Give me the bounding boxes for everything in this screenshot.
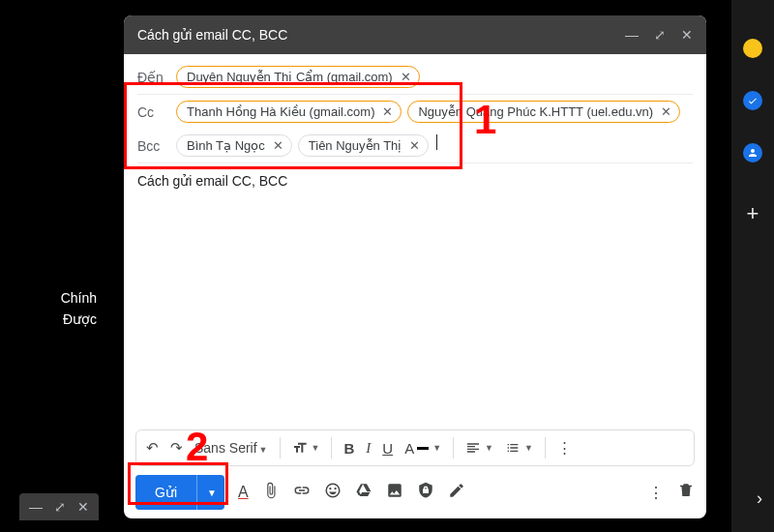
bcc-chips[interactable]: Bình Tạ Ngọc ✕ Tiên Nguyễn Thị ✕ bbox=[176, 134, 693, 157]
remove-chip-icon[interactable]: ✕ bbox=[399, 70, 413, 84]
italic-button[interactable]: I bbox=[366, 440, 371, 457]
text-color-button[interactable]: A ▼ bbox=[404, 440, 441, 457]
text-cursor bbox=[436, 134, 437, 150]
cc-chips[interactable]: Thanh Hồng Hà Kiều (gmail.com) ✕ Nguyễn … bbox=[176, 101, 693, 123]
image-icon[interactable] bbox=[386, 482, 403, 503]
app-root: Chính Được Cách gửi email CC, BCC — ⤢ ✕ … bbox=[0, 0, 774, 532]
recipient-chip[interactable]: Tiên Nguyễn Thị ✕ bbox=[298, 134, 430, 157]
align-button[interactable]: ▼ bbox=[465, 440, 493, 456]
drive-icon[interactable] bbox=[355, 482, 372, 503]
underline-button[interactable]: U bbox=[382, 440, 393, 457]
collapse-panel-icon[interactable]: › bbox=[757, 488, 762, 509]
list-icon bbox=[505, 440, 521, 456]
send-button[interactable]: Gửi ▼ bbox=[135, 475, 224, 510]
font-size-button[interactable]: ▼ bbox=[292, 440, 320, 456]
remove-chip-icon[interactable]: ✕ bbox=[271, 138, 285, 153]
bcc-label: Bcc bbox=[137, 134, 168, 154]
to-chips[interactable]: Duyên Nguyễn Thị Cẩm (gmail.com) ✕ bbox=[176, 66, 693, 88]
keep-icon[interactable] bbox=[743, 39, 762, 58]
text-format-toggle[interactable]: A bbox=[238, 484, 249, 501]
compose-body[interactable] bbox=[124, 198, 706, 429]
recipient-chip[interactable]: Duyên Nguyễn Thị Cẩm (gmail.com) ✕ bbox=[176, 66, 420, 88]
send-button-main[interactable]: Gửi bbox=[135, 475, 197, 510]
sidebar-item-chinh: Chính bbox=[19, 290, 97, 306]
left-sidebar-bg: Chính Được bbox=[19, 290, 97, 333]
compose-window: Cách gửi email CC, BCC — ⤢ ✕ Đến Duyên N… bbox=[124, 15, 706, 518]
chip-text: Nguyễn Quang Phúc K.HTTT (uel.edu.vn) bbox=[418, 104, 653, 119]
separator bbox=[331, 437, 332, 458]
minimized-compose-controls[interactable]: — ⤢ ✕ bbox=[19, 493, 99, 520]
minimize-icon[interactable]: — bbox=[29, 499, 43, 515]
recipients-area: Đến Duyên Nguyễn Thị Cẩm (gmail.com) ✕ C… bbox=[124, 54, 706, 198]
minimize-icon[interactable]: — bbox=[625, 27, 639, 43]
more-formatting-button[interactable]: ⋮ bbox=[557, 439, 572, 457]
recipient-chip[interactable]: Bình Tạ Ngọc ✕ bbox=[176, 134, 292, 157]
signature-icon[interactable] bbox=[448, 482, 465, 503]
compose-titlebar[interactable]: Cách gửi email CC, BCC — ⤢ ✕ bbox=[124, 15, 706, 54]
trash-icon bbox=[677, 482, 695, 499]
window-controls: — ⤢ ✕ bbox=[625, 27, 693, 43]
bcc-row[interactable]: Bcc Bình Tạ Ngọc ✕ Tiên Nguyễn Thị ✕ bbox=[137, 129, 693, 163]
recipient-chip[interactable]: Nguyễn Quang Phúc K.HTTT (uel.edu.vn) ✕ bbox=[407, 101, 680, 123]
contacts-icon[interactable] bbox=[743, 143, 762, 163]
close-icon[interactable]: ✕ bbox=[681, 27, 693, 43]
list-button[interactable]: ▼ bbox=[505, 440, 533, 456]
undo-button[interactable]: ↶ bbox=[146, 439, 159, 457]
attach-icon[interactable] bbox=[262, 482, 280, 503]
separator bbox=[545, 437, 546, 458]
color-swatch bbox=[417, 447, 429, 450]
align-icon bbox=[465, 440, 481, 456]
tasks-icon[interactable] bbox=[743, 91, 762, 110]
to-row[interactable]: Đến Duyên Nguyễn Thị Cẩm (gmail.com) ✕ bbox=[137, 60, 693, 95]
format-toolbar: ↶ ↷ Sans Serif▼ ▼ B I U A ▼ ▼ ▼ bbox=[135, 429, 695, 466]
font-family-select[interactable]: Sans Serif▼ bbox=[194, 440, 268, 456]
send-more-button[interactable]: ▼ bbox=[197, 475, 224, 510]
sidebar-item-duoc: Được bbox=[19, 311, 97, 327]
recipient-chip[interactable]: Thanh Hồng Hà Kiều (gmail.com) ✕ bbox=[176, 101, 402, 123]
subject-row[interactable]: Cách gửi email CC, BCC bbox=[137, 163, 693, 198]
chip-text: Duyên Nguyễn Thị Cẩm (gmail.com) bbox=[187, 70, 393, 84]
action-bar: Gửi ▼ A bbox=[124, 466, 706, 518]
emoji-icon[interactable] bbox=[324, 482, 342, 503]
cc-label: Cc bbox=[137, 101, 168, 120]
bold-button[interactable]: B bbox=[343, 440, 354, 457]
chip-text: Tiên Nguyễn Thị bbox=[309, 138, 402, 153]
compose-title: Cách gửi email CC, BCC bbox=[137, 27, 287, 43]
fullscreen-icon[interactable]: ⤢ bbox=[654, 27, 666, 43]
remove-chip-icon[interactable]: ✕ bbox=[407, 138, 422, 153]
separator bbox=[280, 437, 281, 458]
add-addon-button[interactable]: + bbox=[747, 201, 759, 226]
remove-chip-icon[interactable]: ✕ bbox=[380, 104, 395, 119]
redo-button[interactable]: ↷ bbox=[170, 439, 183, 457]
chip-text: Thanh Hồng Hà Kiều (gmail.com) bbox=[187, 104, 374, 119]
confidential-icon[interactable] bbox=[417, 482, 434, 503]
cc-row[interactable]: Cc Thanh Hồng Hà Kiều (gmail.com) ✕ Nguy… bbox=[137, 95, 693, 129]
separator bbox=[453, 437, 454, 458]
side-panel: + › bbox=[731, 0, 774, 532]
to-label: Đến bbox=[137, 66, 168, 85]
text-size-icon bbox=[292, 440, 308, 456]
link-icon[interactable] bbox=[293, 482, 311, 503]
remove-chip-icon[interactable]: ✕ bbox=[659, 104, 673, 119]
fullscreen-icon[interactable]: ⤢ bbox=[54, 499, 66, 515]
close-icon[interactable]: ✕ bbox=[77, 499, 89, 515]
more-options-button[interactable]: ⋮ bbox=[648, 484, 664, 502]
chip-text: Bình Tạ Ngọc bbox=[187, 138, 265, 153]
discard-draft-button[interactable] bbox=[677, 482, 695, 503]
subject-text: Cách gửi email CC, BCC bbox=[137, 173, 287, 189]
